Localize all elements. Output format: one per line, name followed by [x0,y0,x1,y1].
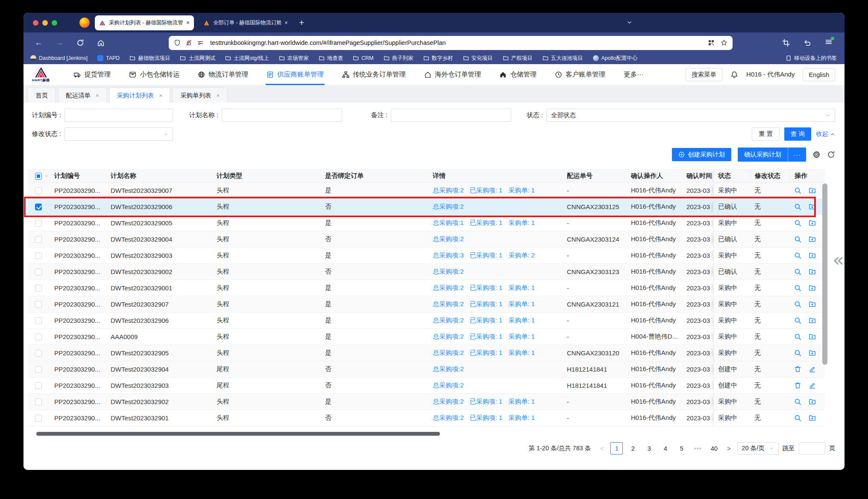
page-tab-首页[interactable]: 首页 [28,88,56,103]
detail-link[interactable]: 总采购项:3 [433,251,464,260]
close-tab-icon[interactable]: × [159,92,163,99]
detail-link[interactable]: 总采购项:2 [433,381,464,390]
search-icon[interactable] [794,333,801,340]
edit-icon[interactable] [809,382,816,389]
row-checkbox[interactable] [35,382,42,389]
delete-icon[interactable] [794,366,801,373]
detail-link[interactable]: 已采购项: 1 [470,414,503,422]
bookmark-item[interactable]: 赫德物流项目 [129,55,170,62]
bookmark-item[interactable]: 土流网stg/线上 [225,55,269,62]
nav-item-more[interactable]: 更多··· [624,64,644,85]
folder-add-icon[interactable] [809,414,816,422]
search-icon[interactable] [794,301,801,308]
permissions-icon[interactable] [197,39,204,46]
header-actions[interactable]: 操作 [790,170,825,182]
detail-link[interactable]: 总采购项:2 [433,284,464,292]
row-checkbox[interactable] [35,301,42,308]
minimize-window-button[interactable] [42,20,48,26]
detail-link[interactable]: 采购单: 1 [508,414,535,422]
detail-link[interactable]: 已采购项: 1 [470,186,503,195]
search-icon[interactable] [794,317,801,324]
detail-link[interactable]: 总采购项:2 [433,316,464,325]
horizontal-scrollbar-thumb[interactable] [36,432,440,436]
panel-collapse-handle[interactable]: « [833,251,844,269]
screenshot-crop-icon[interactable] [782,39,790,47]
search-icon[interactable] [794,187,801,194]
folder-add-icon[interactable] [809,219,816,227]
table-row[interactable]: PP202303290...DWTest2023032905头程是总采购项:2已… [28,345,824,361]
create-plan-button[interactable]: 创建采购计划 [672,148,731,161]
detail-link[interactable]: 总采购项:2 [433,300,464,308]
plan-no-input[interactable] [69,112,168,119]
folder-add-icon[interactable] [809,349,816,357]
mobile-bookmarks[interactable]: 移动设备上的书签 [786,55,837,62]
new-tab-button[interactable]: + [299,18,304,28]
table-row[interactable]: PP202303290...DWTest20230329001头程是总采购项:2… [28,280,824,296]
delete-icon[interactable] [794,382,801,389]
row-checkbox[interactable] [35,252,42,259]
bookmark-item[interactable]: 地查查 [319,55,343,62]
status-select[interactable]: 全部状态 [546,109,835,122]
row-checkbox[interactable] [35,350,42,357]
detail-link[interactable]: 已采购项: 1 [470,284,503,292]
table-row[interactable]: PP202303290...DWTest2023032903尾程否总采购项:2H… [28,378,824,394]
table-row[interactable]: PP202303290...DWTest2023032901头程否总采购项:2已… [28,410,824,426]
home-icon[interactable] [97,39,105,47]
detail-link[interactable]: 已采购项: 1 [470,251,503,260]
browser-tab-inactive[interactable]: 全部订单 - 赫德国际物流订舱系统 × [199,15,292,30]
bookmark-item[interactable]: Apollo配置中心 [593,55,638,62]
detail-link[interactable]: 采购单: 1 [508,398,535,406]
close-tab-icon[interactable]: × [96,92,99,99]
confirm-plan-button[interactable]: 确认采购计划 [738,148,788,162]
folder-add-icon[interactable] [809,187,816,194]
folder-add-icon[interactable] [809,268,816,275]
folder-add-icon[interactable] [809,333,816,340]
refresh-icon[interactable] [827,151,835,159]
jump-page-input[interactable] [799,442,825,455]
bookmark-item[interactable]: 燕子到家 [384,55,413,62]
search-menu-button[interactable]: 搜索菜单 [686,68,722,81]
table-row[interactable]: PP202303290...DWTest20230329004头程否总采购项:2… [28,231,824,248]
language-button[interactable]: English [803,68,835,81]
header-status[interactable]: 状态 [714,170,750,182]
qr-extension-icon[interactable] [708,39,715,46]
detail-link[interactable]: 采购单: 1 [508,316,535,325]
forward-button[interactable]: → [56,38,64,47]
nav-item-globe[interactable]: 物流订单管理 [198,64,248,85]
reset-button[interactable]: 重 置 [752,127,780,141]
more-actions-button[interactable]: ··· [788,148,806,162]
search-icon[interactable] [794,252,801,259]
notification-bell-icon[interactable] [730,71,738,79]
detail-link[interactable]: 总采购项:2 [433,398,464,406]
gear-icon[interactable] [812,151,821,159]
search-icon[interactable] [794,268,801,275]
list-tabs-chevron-icon[interactable] [627,20,632,25]
detail-link[interactable]: 总采购项:2 [433,333,464,341]
table-row[interactable]: PP202303290...DWTest2023032904尾程否总采购项:2H… [28,361,824,378]
detail-link[interactable]: 采购单: 1 [508,333,535,341]
row-checkbox[interactable] [35,269,42,275]
vertical-scrollbar[interactable] [822,183,827,425]
modify-status-select[interactable] [65,127,173,141]
row-checkbox[interactable] [35,220,42,227]
nav-item-package[interactable]: 小包仓储转运 [129,64,179,85]
nav-item-invoice[interactable]: 供应商账单管理 [267,64,324,85]
bookmark-item[interactable]: 数字乡村 [423,55,453,62]
vertical-scrollbar-thumb[interactable] [822,183,827,365]
header-dispatch-no[interactable]: 配运单号 [563,170,627,182]
detail-link[interactable]: 已采购项: 1 [470,333,503,341]
close-window-button[interactable] [33,20,38,26]
table-row[interactable]: PP202303290...DWTest20230329002头程否总采购项:2… [28,264,824,280]
collapse-filters-link[interactable]: 收起 [816,130,835,138]
nav-item-truck[interactable]: 提货管理 [73,64,111,85]
header-confirm-time[interactable]: 确认时间 [683,170,713,182]
close-tab-icon[interactable]: × [186,19,190,26]
table-row[interactable]: PP202303290...DWTest2023032907头程是总采购项:2已… [28,296,824,313]
folder-add-icon[interactable] [809,252,816,259]
browser-tab-active[interactable]: 采购计划列表 - 赫德国际物流管理 × [95,15,194,30]
row-checkbox[interactable] [35,236,42,243]
row-checkbox[interactable] [35,366,42,373]
url-text[interactable]: testtrunkbookingmgr.hart-worldwide.com/#… [210,39,708,46]
folder-add-icon[interactable] [809,398,816,405]
detail-link[interactable]: 已采购项: 1 [470,398,503,406]
